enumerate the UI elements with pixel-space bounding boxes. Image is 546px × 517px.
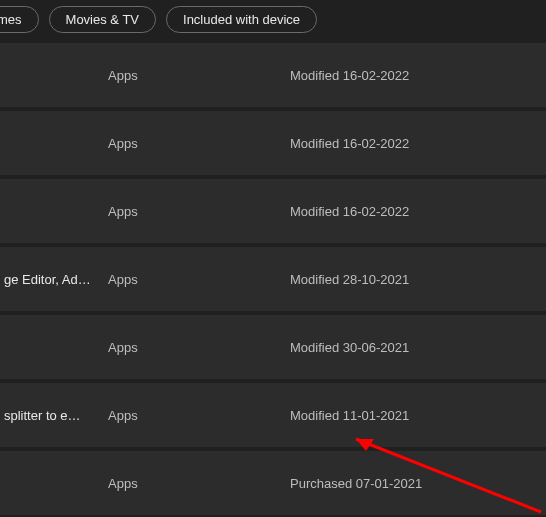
item-status: Modified 28-10-2021 bbox=[290, 272, 546, 287]
filter-pill-games[interactable]: mes bbox=[0, 6, 39, 33]
item-title: ge Editor, Ad… bbox=[0, 272, 108, 287]
item-title: splitter to e… bbox=[0, 408, 108, 423]
list-item[interactable]: Apps Modified 30-06-2021 bbox=[0, 315, 546, 383]
list-item[interactable]: Apps Modified 16-02-2022 bbox=[0, 111, 546, 179]
item-category: Apps bbox=[108, 408, 290, 423]
item-category: Apps bbox=[108, 204, 290, 219]
item-category: Apps bbox=[108, 68, 290, 83]
item-status: Modified 11-01-2021 bbox=[290, 408, 546, 423]
list-item[interactable]: Apps Purchased 07-01-2021 bbox=[0, 451, 546, 517]
item-category: Apps bbox=[108, 340, 290, 355]
list-item[interactable]: splitter to e… Apps Modified 11-01-2021 bbox=[0, 383, 546, 451]
item-category: Apps bbox=[108, 136, 290, 151]
item-category: Apps bbox=[108, 272, 290, 287]
item-status: Purchased 07-01-2021 bbox=[290, 476, 546, 491]
filter-bar: mes Movies & TV Included with device bbox=[0, 0, 546, 43]
library-list: Apps Modified 16-02-2022 Apps Modified 1… bbox=[0, 43, 546, 517]
item-status: Modified 16-02-2022 bbox=[290, 68, 546, 83]
item-category: Apps bbox=[108, 476, 290, 491]
list-item[interactable]: ge Editor, Ad… Apps Modified 28-10-2021 bbox=[0, 247, 546, 315]
item-status: Modified 30-06-2021 bbox=[290, 340, 546, 355]
list-item[interactable]: Apps Modified 16-02-2022 bbox=[0, 179, 546, 247]
filter-pill-included-with-device[interactable]: Included with device bbox=[166, 6, 317, 33]
filter-pill-movies-tv[interactable]: Movies & TV bbox=[49, 6, 156, 33]
item-status: Modified 16-02-2022 bbox=[290, 204, 546, 219]
list-item[interactable]: Apps Modified 16-02-2022 bbox=[0, 43, 546, 111]
item-status: Modified 16-02-2022 bbox=[290, 136, 546, 151]
